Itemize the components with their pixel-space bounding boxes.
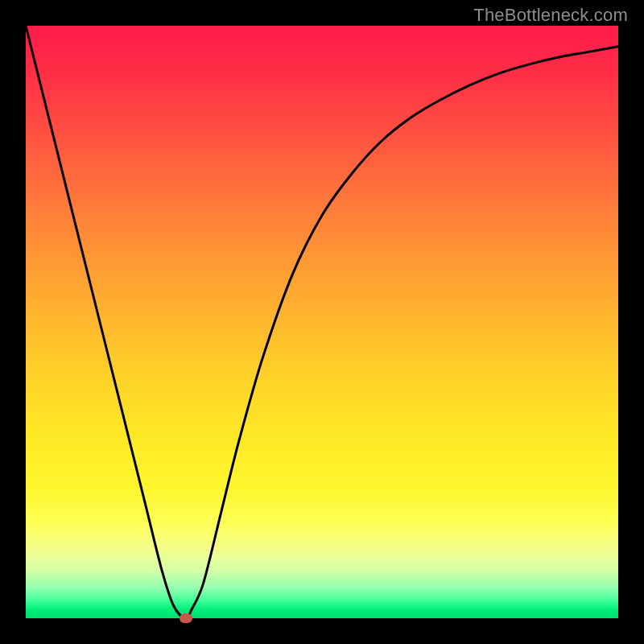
- curve-svg: [26, 26, 618, 618]
- plot-area: [26, 26, 618, 618]
- chart-frame: TheBottleneck.com: [0, 0, 644, 644]
- watermark-text: TheBottleneck.com: [473, 5, 628, 26]
- optimal-point-marker: [180, 613, 192, 623]
- bottleneck-curve: [26, 26, 618, 618]
